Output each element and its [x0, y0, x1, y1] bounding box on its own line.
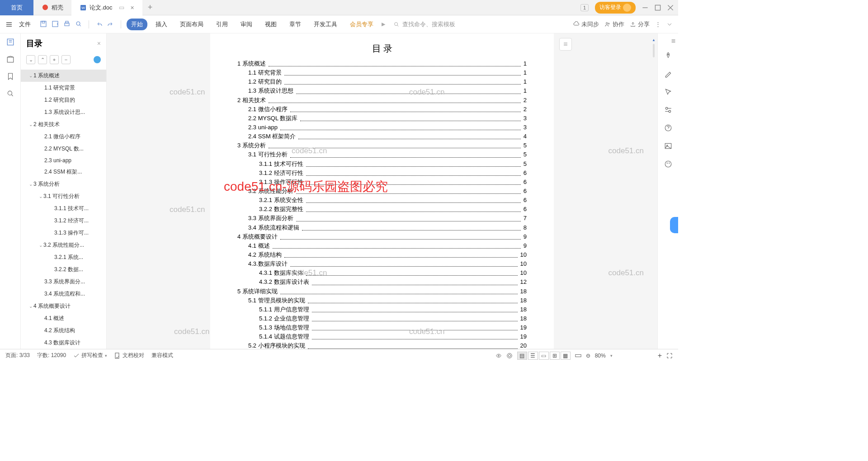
redo-icon[interactable] [107, 20, 114, 28]
ribbon-tab-view[interactable]: 视图 [260, 19, 281, 30]
ribbon-tab-insert[interactable]: 插入 [151, 19, 172, 30]
outline-item[interactable]: ⌄4 系统概要设计 [21, 300, 106, 312]
maximize-icon[interactable] [655, 5, 661, 11]
share-button[interactable]: 分享 [630, 20, 650, 28]
outline-item[interactable]: 3.1.2 经济可... [21, 215, 106, 227]
preview-icon[interactable] [75, 20, 82, 28]
outline-rail-icon[interactable] [6, 38, 14, 46]
cursor-icon[interactable] [664, 88, 672, 96]
minimize-icon[interactable] [642, 5, 648, 11]
box-rail-icon[interactable] [6, 55, 14, 63]
view-read-icon[interactable]: ▭ [539, 352, 549, 360]
outline-item[interactable]: 4.1 概述 [21, 312, 106, 325]
outline-item[interactable]: ⌄3.1 可行性分析 [21, 190, 106, 202]
ruler-icon[interactable] [575, 353, 581, 359]
ribbon-tab-references[interactable]: 引用 [212, 19, 232, 30]
outline-close-icon[interactable]: × [97, 40, 101, 47]
outline-item[interactable]: 3.3 系统界面分... [21, 276, 106, 288]
view-page-icon[interactable]: ▤ [517, 352, 527, 360]
ribbon-tab-review[interactable]: 审阅 [236, 19, 257, 30]
outline-item[interactable]: 3.1.1 技术可... [21, 202, 106, 215]
ribbon-tab-devtools[interactable]: 开发工具 [309, 19, 342, 30]
outline-item[interactable]: 2.4 SSM 框架... [21, 166, 106, 178]
view-web-icon[interactable]: ⊞ [550, 352, 560, 360]
save-as-icon[interactable] [52, 20, 59, 28]
outline-item[interactable]: 3.2.1 系统... [21, 251, 106, 263]
outline-item[interactable]: 1.2 研究目的 [21, 94, 106, 106]
outline-item[interactable]: 2.2 MYSQL 数... [21, 143, 106, 155]
image-icon[interactable] [664, 142, 672, 150]
outline-item[interactable]: 4.3 数据库设计 [21, 337, 106, 349]
collab-button[interactable]: 协作 [604, 20, 624, 28]
word-count[interactable]: 字数: 12090 [37, 352, 66, 359]
file-menu[interactable]: 文件 [16, 20, 33, 28]
rail-menu-icon[interactable]: ≡ [671, 37, 675, 45]
outline-item[interactable]: ⌄3 系统分析 [21, 178, 106, 190]
help-icon[interactable] [664, 124, 672, 132]
outline-list[interactable]: ⌄1 系统概述1.1 研究背景1.2 研究目的1.3 系统设计思...⌄2 相关… [21, 66, 106, 349]
document-canvas[interactable]: 目 录 1 系统概述11.1 研究背景11.2 研究目的11.3 系统设计思想1… [107, 33, 657, 349]
ribbon-tab-chapter[interactable]: 章节 [285, 19, 306, 30]
outline-item[interactable]: 2.1 微信小程序 [21, 131, 106, 143]
outline-item[interactable]: 4.2 系统结构 [21, 325, 106, 337]
window-count-badge[interactable]: 1 [580, 4, 589, 11]
more-tabs-icon[interactable]: ▶ [382, 21, 385, 27]
tab-document[interactable]: W 论文.doc ▭ × [71, 0, 142, 15]
view-outline-icon[interactable]: ☰ [528, 352, 538, 360]
page-float-button[interactable]: ≡ [559, 38, 572, 51]
save-icon[interactable] [40, 20, 47, 28]
zoom-in-button[interactable]: + [658, 352, 662, 360]
zoom-level[interactable]: 80% [595, 353, 606, 359]
split-icon[interactable]: ▭ [119, 4, 124, 11]
eye-icon[interactable] [495, 353, 502, 359]
page-indicator[interactable]: 页面: 3/33 [5, 352, 30, 359]
zoom-out-button[interactable]: ⊖ [586, 353, 590, 359]
bookmark-rail-icon[interactable] [6, 72, 14, 80]
expand-all-button[interactable]: ⌃ [38, 55, 47, 64]
palette-icon[interactable] [664, 160, 672, 168]
collapse-ribbon-icon[interactable] [666, 21, 673, 28]
fullscreen-icon[interactable] [666, 353, 673, 359]
proofread-button[interactable]: 文档校对 [114, 352, 144, 359]
ribbon-tab-vip[interactable]: 会员专享 [345, 19, 378, 30]
focus-icon[interactable] [506, 353, 513, 359]
scroll-indicator[interactable]: ▲ [652, 38, 656, 57]
outline-item[interactable]: 3.4 系统流程和... [21, 288, 106, 300]
outline-item[interactable]: ⌄2 相关技术 [21, 118, 106, 131]
outline-item[interactable]: 2.3 uni-app [21, 155, 106, 166]
scroll-up-icon[interactable]: ▲ [652, 38, 656, 42]
settings-icon[interactable] [664, 106, 672, 114]
spellcheck-button[interactable]: 拼写检查 ▾ [73, 352, 107, 359]
view-draft-icon[interactable]: ▦ [561, 352, 571, 360]
undo-icon[interactable] [95, 20, 103, 28]
search-rail-icon[interactable] [6, 89, 14, 98]
menu-icon[interactable] [5, 21, 13, 28]
pen-icon[interactable] [664, 70, 672, 78]
demote-button[interactable]: − [61, 55, 71, 64]
collapse-all-button[interactable]: ⌄ [26, 55, 35, 64]
outline-settings-icon[interactable] [94, 56, 101, 63]
tab-home[interactable]: 首页 [0, 0, 33, 15]
sync-button[interactable]: 未同步 [573, 20, 599, 28]
print-icon[interactable] [63, 20, 71, 28]
more-menu-icon[interactable]: ⋮ [655, 21, 661, 28]
close-tab-icon[interactable]: × [131, 4, 134, 11]
outline-item[interactable]: ⌄3.2 系统性能分... [21, 239, 106, 251]
new-tab-button[interactable]: + [142, 3, 158, 12]
side-tab[interactable] [670, 217, 678, 233]
outline-item[interactable]: 1.3 系统设计思... [21, 106, 106, 118]
scroll-thumb[interactable] [653, 44, 655, 57]
close-window-icon[interactable] [667, 5, 674, 11]
login-button[interactable]: 访客登录 [595, 2, 636, 14]
ribbon-tab-layout[interactable]: 页面布局 [175, 19, 208, 30]
outline-item[interactable]: 1.1 研究背景 [21, 82, 106, 94]
tab-shell[interactable]: 稻壳 [33, 0, 71, 15]
rocket-icon[interactable] [664, 52, 672, 60]
ribbon-tab-start[interactable]: 开始 [127, 19, 147, 30]
outline-item[interactable]: 3.2.2 数据... [21, 263, 106, 276]
search-box[interactable]: 查找命令、搜索模板 [393, 20, 455, 28]
outline-item[interactable]: 3.1.3 操作可... [21, 227, 106, 239]
outline-item[interactable]: ⌄1 系统概述 [21, 70, 106, 82]
compat-mode[interactable]: 兼容模式 [151, 352, 173, 359]
promote-button[interactable]: + [50, 55, 59, 64]
